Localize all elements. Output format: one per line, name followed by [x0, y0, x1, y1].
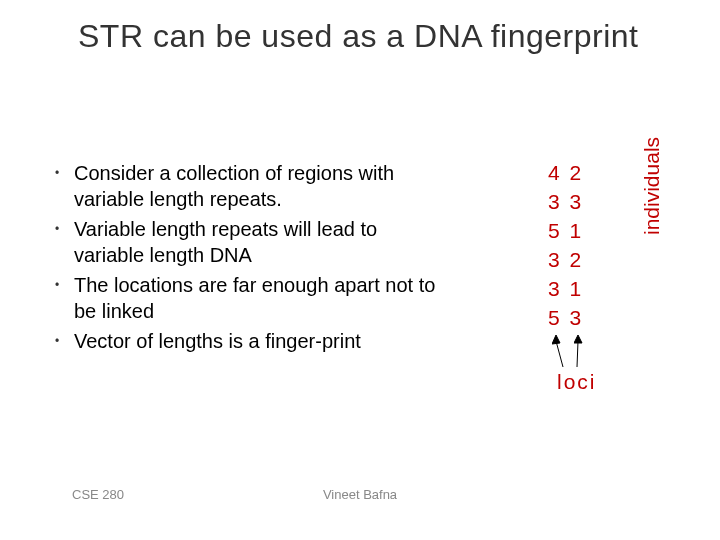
- table-row: 5 1: [548, 216, 583, 245]
- svg-marker-3: [574, 335, 582, 343]
- list-item: • Consider a collection of regions with …: [40, 160, 440, 212]
- table-row: 3 2: [548, 245, 583, 274]
- bullet-text: Variable length repeats will lead to var…: [74, 216, 440, 268]
- list-item: • Vector of lengths is a finger-print: [40, 328, 440, 354]
- bullet-dot-icon: •: [40, 328, 74, 354]
- table-row: 3 3: [548, 187, 583, 216]
- svg-line-2: [577, 341, 578, 367]
- list-item: • Variable length repeats will lead to v…: [40, 216, 440, 268]
- bullet-text: The locations are far enough apart not t…: [74, 272, 440, 324]
- table-row: 5 3: [548, 303, 583, 332]
- x-axis-label: loci: [557, 370, 597, 394]
- arrow-icon: [552, 335, 566, 369]
- bullet-dot-icon: •: [40, 160, 74, 186]
- arrow-icon: [574, 335, 588, 369]
- data-grid: 4 2 3 3 5 1 3 2 3 1 5 3: [548, 158, 583, 332]
- bullet-list: • Consider a collection of regions with …: [40, 160, 440, 358]
- bullet-text: Vector of lengths is a finger-print: [74, 328, 361, 354]
- list-item: • The locations are far enough apart not…: [40, 272, 440, 324]
- svg-marker-1: [552, 335, 560, 344]
- bullet-dot-icon: •: [40, 272, 74, 298]
- bullet-text: Consider a collection of regions with va…: [74, 160, 440, 212]
- table-row: 4 2: [548, 158, 583, 187]
- y-axis-label: individuals: [640, 137, 664, 235]
- footer-center: Vineet Bafna: [0, 487, 720, 502]
- table-row: 3 1: [548, 274, 583, 303]
- slide-title: STR can be used as a DNA fingerprint: [78, 18, 639, 55]
- svg-line-0: [556, 341, 563, 367]
- bullet-dot-icon: •: [40, 216, 74, 242]
